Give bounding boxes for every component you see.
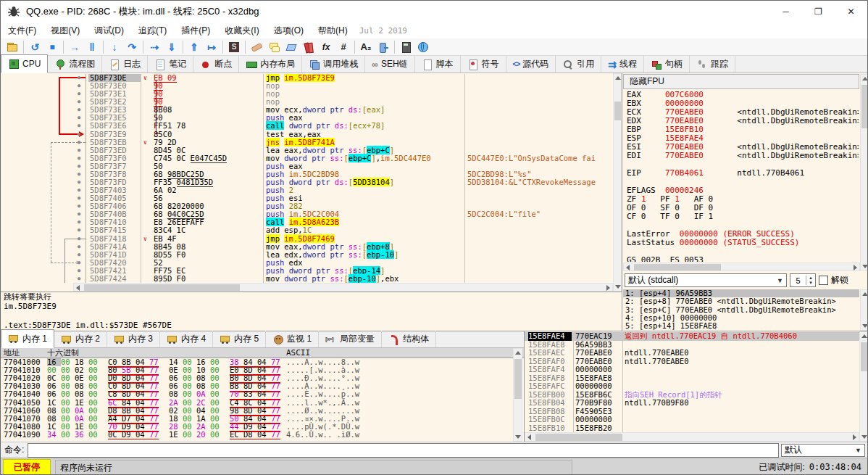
menu-item[interactable]: 选项(O) (267, 22, 311, 39)
breakpoint-dot[interactable]: ● (73, 251, 85, 259)
breakpoint-dot[interactable]: ● (73, 90, 85, 98)
close-button[interactable]: ✕ (835, 1, 867, 22)
breakpoint-dot[interactable]: ● (73, 259, 85, 267)
breakpoint-dot[interactable]: ● (73, 235, 85, 243)
stack-pane[interactable]: 15E8FAE4770EAC19返回到 ntdll.770EAC19 自 ntd… (524, 331, 868, 442)
argument-row[interactable]: 2: [esp+8] 770EABE0 <ntdll.DbgUiRemoteBr… (623, 297, 859, 305)
tab-线程[interactable]: ⇉线程 (601, 56, 644, 73)
stop-debug-button[interactable]: ■ (43, 39, 61, 55)
tab-seh链[interactable]: ∞SEH链 (365, 56, 414, 73)
breakpoint-dot[interactable]: ● (73, 74, 85, 82)
breakpoint-dot[interactable]: ● (73, 202, 85, 210)
tab-笔记[interactable]: 笔记 (148, 56, 193, 73)
arguments-pane[interactable]: 1: [esp+4] 96A59BB32: [esp+8] 770EABE0 <… (623, 289, 859, 331)
stack-row[interactable]: 15E8FAE4770EAC19返回到 ntdll.770EAC19 自 ntd… (525, 332, 859, 341)
registers-hscrollbar[interactable] (623, 263, 860, 271)
tab-局部变量[interactable]: [x=]局部变量 (319, 331, 382, 347)
calling-convention-select[interactable]: 默认 (stdcall) ▼ (625, 273, 787, 287)
font-settings-button[interactable]: A₂ (357, 39, 375, 55)
stack-row[interactable]: 15E8FAEC770EABE0ntdll.770EABE0 (525, 349, 859, 358)
tab-源代码[interactable]: <>源代码 (506, 56, 556, 73)
breakpoint-dot[interactable]: ● (73, 114, 85, 122)
hex-dump[interactable]: 7704100016 00 18 00C0 8B 04 7714 00 16 0… (1, 358, 513, 439)
tab-脚本[interactable]: 脚本 (415, 56, 461, 73)
labels-button[interactable] (283, 39, 300, 55)
argument-row[interactable]: 5: [esp+14] 15E8FAE8 (623, 322, 859, 330)
run-trace-button[interactable]: ⇢ (146, 39, 163, 55)
tab-内存-3[interactable]: 内存 3 (107, 331, 160, 347)
breakpoint-dot[interactable]: ● (73, 218, 85, 226)
breakpoint-dot[interactable]: ● (73, 275, 85, 283)
register-line[interactable]: EIP 770B4061 ntdll.770B4061 (627, 169, 859, 178)
menu-item[interactable]: 视图(V) (43, 22, 87, 39)
stack-hscrollbar[interactable] (525, 432, 859, 442)
tab-结构体[interactable]: 结构体 (382, 331, 436, 347)
menu-item[interactable]: 追踪(T) (131, 22, 174, 39)
disassembly-pane[interactable]: > ●5D8F73DE∨EB 09jmp im.5D8F73E9●5D8F73E… (1, 73, 622, 292)
restart-button[interactable]: ↺ (26, 39, 43, 55)
arguments-vscrollbar[interactable] (860, 289, 868, 331)
stack-row[interactable]: 15E8FAFC00000000 (525, 382, 859, 391)
tab-引用[interactable]: 引用 (556, 56, 601, 73)
command-script-select[interactable]: 默认 ▼ (781, 444, 865, 457)
breakpoint-dot[interactable]: ● (73, 243, 85, 251)
menu-item[interactable]: 文件(F) (1, 22, 43, 39)
tab-内存-2[interactable]: 内存 2 (54, 331, 107, 347)
open-file-button[interactable] (4, 39, 21, 55)
functions-button[interactable]: fx (317, 39, 335, 55)
register-line[interactable]: EDI 770EABE0 <ntdll.DbgUiRemoteBreakin> (627, 152, 859, 160)
register-line[interactable]: LastStatus 00000000 (STATUS_SUCCESS) (627, 239, 859, 247)
register-list[interactable]: EAX 007C6000EBX 00000000ECX 770EABE0 <nt… (627, 91, 859, 262)
disasm-vscrollbar[interactable] (613, 73, 622, 292)
step-over-button[interactable]: ↷ (123, 39, 141, 55)
tab-符号[interactable]: 符号 (461, 56, 506, 73)
menu-item[interactable]: 帮助(H) (311, 22, 355, 39)
scylla-button[interactable]: S (225, 39, 243, 55)
maximize-button[interactable]: ❐ (802, 1, 835, 22)
pause-button[interactable]: ‖ (83, 39, 101, 55)
bookmarks-button[interactable] (300, 39, 317, 55)
menu-item[interactable]: 插件(P) (174, 22, 217, 39)
registers-vscrollbar[interactable] (860, 74, 868, 271)
stack-row[interactable]: 15E8FB0C00000000 (525, 416, 859, 424)
comments-button[interactable] (265, 39, 283, 55)
patches-button[interactable] (248, 39, 265, 55)
snowman-button[interactable]: # (335, 39, 352, 55)
tab-流程图[interactable]: 流程图 (48, 56, 102, 73)
breakpoint-dot[interactable]: ● (73, 267, 85, 275)
dump-row[interactable]: 7704109034 00 36 000C D9 04 771E 00 20 0… (1, 431, 513, 439)
tab-调用堆栈[interactable]: 调用堆栈 (302, 56, 365, 73)
breakpoint-dot[interactable]: ● (73, 82, 85, 90)
command-input[interactable] (28, 443, 779, 458)
breakpoint-dot[interactable]: ● (73, 178, 85, 186)
tab-监视-1[interactable]: 监视 1 (266, 331, 319, 347)
hide-fpu-button[interactable]: 隐藏FPU (623, 74, 859, 89)
minimize-button[interactable]: ─ (769, 1, 802, 22)
breakpoint-dot[interactable]: ● (73, 210, 85, 218)
arg-count-stepper[interactable]: 5 ▲▼ (790, 273, 816, 287)
calculator-button[interactable] (397, 39, 414, 55)
disasm-row[interactable]: ●5D8F7424895D F0mov dword ptr ss:[ebp-10… (1, 275, 613, 283)
breakpoint-dot[interactable]: ● (73, 98, 85, 106)
notify-button[interactable] (375, 39, 392, 55)
breakpoint-dot[interactable]: ● (73, 170, 85, 178)
stack-row[interactable]: 15E8FB04770B9F80ntdll.770B9F80 (525, 399, 859, 408)
tab-内存-1[interactable]: 内存 1 (1, 329, 54, 348)
tab-cpu[interactable]: CPU (1, 54, 48, 73)
breakpoint-dot[interactable]: ● (73, 154, 85, 162)
breakpoint-dot[interactable]: ● (73, 162, 85, 170)
execute-till-return-button[interactable]: ⇑ (185, 39, 203, 55)
dump-vscrollbar[interactable] (513, 348, 522, 442)
tab-日志[interactable]: 日志 (102, 56, 148, 73)
run-button[interactable]: → (66, 39, 83, 55)
stack-vscrollbar[interactable] (859, 331, 868, 442)
disasm-row[interactable]: ●5D8F73E985C0test eax,eax (1, 131, 613, 139)
tab-跟踪[interactable]: 跟踪 (690, 56, 735, 73)
stack-row[interactable]: 15E8FB1015E8FB20 (525, 424, 859, 433)
breakpoint-dot[interactable]: ● (73, 194, 85, 202)
mnemonic-help-button[interactable] (414, 39, 432, 55)
breakpoint-dot[interactable]: ● (73, 122, 85, 130)
tab-句柄[interactable]: 句柄 (644, 56, 690, 73)
breakpoint-dot[interactable]: ● (73, 139, 85, 146)
step-into-button[interactable]: ↓ (106, 39, 123, 55)
